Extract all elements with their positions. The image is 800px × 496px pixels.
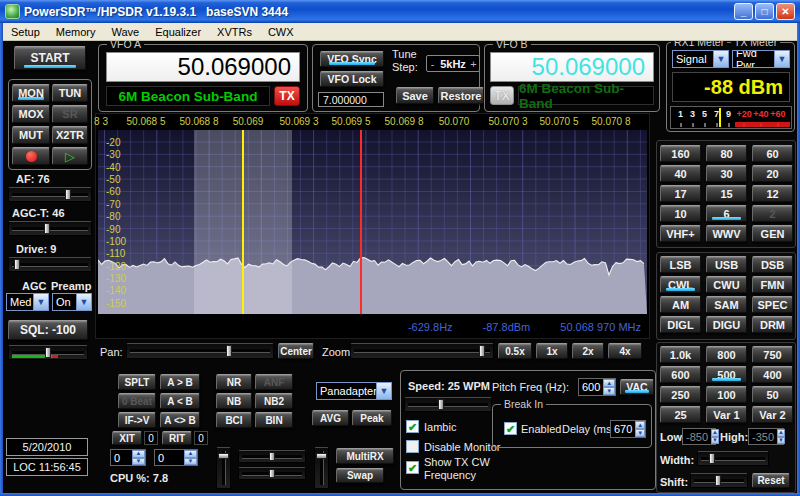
cw-speed-slider[interactable] <box>404 397 492 412</box>
multirx-pan-slider[interactable] <box>238 450 306 463</box>
sub-rx-fader[interactable] <box>314 447 329 489</box>
mode-button-sam[interactable]: SAM <box>706 296 747 313</box>
filter-button-400[interactable]: 400 <box>752 366 793 383</box>
menu-item-wave[interactable]: Wave <box>103 24 147 40</box>
vfo-alt-frequency[interactable]: 7.000000 <box>318 92 384 107</box>
menu-item-xvtrs[interactable]: XVTRs <box>209 24 260 40</box>
multirx-gain-slider[interactable] <box>238 467 306 480</box>
a-swap-b-button[interactable]: A <> B <box>160 412 200 428</box>
tune-step-up-button[interactable]: + <box>468 58 479 70</box>
filter-shift-reset-button[interactable]: Reset <box>752 473 790 488</box>
mon-button[interactable]: MON <box>12 84 50 102</box>
sr-button[interactable]: SR <box>52 105 88 123</box>
band-button-10[interactable]: 10 <box>660 205 701 222</box>
zoom-0.5x-button[interactable]: 0.5x <box>498 343 532 359</box>
squelch-slider[interactable] <box>8 345 88 360</box>
break-in-enabled-checkbox[interactable]: ✔ <box>504 422 517 435</box>
spin-down-icon[interactable]: ▼ <box>603 387 615 395</box>
mode-button-digl[interactable]: DIGL <box>660 316 701 333</box>
band-button-20[interactable]: 20 <box>752 165 793 182</box>
vac-button[interactable]: VAC <box>620 379 654 395</box>
panadapter-spectrum[interactable]: -20-30-40-50-60-70-80-90-100-110-120-130… <box>98 130 647 314</box>
mode-button-digu[interactable]: DIGU <box>706 316 747 333</box>
show-tx-cw-checkbox[interactable]: ✔ <box>406 461 419 474</box>
record-button[interactable] <box>12 147 50 165</box>
xit-button[interactable]: XIT <box>112 431 142 445</box>
save-button[interactable]: Save <box>396 87 434 104</box>
filter-button-500[interactable]: 500 <box>706 366 747 383</box>
center-button[interactable]: Center <box>278 343 314 359</box>
vfo-lock-button[interactable]: VFO Lock <box>320 71 384 87</box>
minimize-button[interactable]: _ <box>734 3 753 20</box>
spin-up-icon[interactable]: ▲ <box>635 421 645 429</box>
band-button-160[interactable]: 160 <box>660 145 701 162</box>
zero-beat-button[interactable]: 0 Beat <box>118 393 156 409</box>
break-in-delay-field[interactable]: 670 ▲▼ <box>610 420 646 438</box>
band-button-60[interactable]: 60 <box>752 145 793 162</box>
filter-low-field[interactable]: -850 ▲▼ <box>682 428 716 445</box>
band-button-wwv[interactable]: WWV <box>706 225 747 242</box>
zoom-4x-button[interactable]: 4x <box>608 343 642 359</box>
mode-button-drm[interactable]: DRM <box>752 316 793 333</box>
band-button-15[interactable]: 15 <box>706 185 747 202</box>
spin-down-icon[interactable]: ▼ <box>184 458 197 466</box>
iambic-checkbox[interactable]: ✔ <box>406 420 419 433</box>
menu-item-setup[interactable]: Setup <box>3 24 48 40</box>
band-button-6[interactable]: 6 <box>706 205 747 222</box>
spin-up-icon[interactable]: ▲ <box>132 450 145 458</box>
tune-step-down-button[interactable]: - <box>427 58 438 70</box>
nb2-button[interactable]: NB2 <box>255 393 293 409</box>
band-button-30[interactable]: 30 <box>706 165 747 182</box>
filter-button-800[interactable]: 800 <box>706 346 747 363</box>
spin-up-icon[interactable]: ▲ <box>777 429 785 437</box>
restore-button[interactable]: Restore <box>438 87 484 104</box>
spin-up-icon[interactable]: ▲ <box>603 379 615 387</box>
anf-button[interactable]: ANF <box>255 374 293 390</box>
mode-button-spec[interactable]: SPEC <box>752 296 793 313</box>
avg-button[interactable]: AVG <box>312 410 349 426</box>
pitch-freq-field[interactable]: 600 ▲▼ <box>578 378 616 396</box>
filter-button-50[interactable]: 50 <box>752 386 793 403</box>
af-slider[interactable] <box>8 187 92 202</box>
menu-item-cwx[interactable]: CWX <box>260 24 302 40</box>
multirx-button[interactable]: MultiRX <box>336 448 394 464</box>
mode-button-am[interactable]: AM <box>660 296 701 313</box>
menu-item-memory[interactable]: Memory <box>48 24 104 40</box>
display-mode-select[interactable]: Panadapter▼ <box>316 382 392 400</box>
zoom-2x-button[interactable]: 2x <box>572 343 604 359</box>
band-button-40[interactable]: 40 <box>660 165 701 182</box>
bin-button[interactable]: BIN <box>255 412 293 428</box>
drive-slider[interactable] <box>8 257 92 272</box>
filter-button-var-1[interactable]: Var 1 <box>706 406 747 423</box>
vfo-a-frequency[interactable]: 50.069000 <box>106 52 300 82</box>
agc-t-slider[interactable] <box>8 221 92 236</box>
mode-button-dsb[interactable]: DSB <box>752 256 793 273</box>
bci-button[interactable]: BCI <box>216 412 252 428</box>
filter-shift-slider[interactable] <box>690 473 748 488</box>
band-button-17[interactable]: 17 <box>660 185 701 202</box>
if-to-vfo-button[interactable]: IF->V <box>118 412 156 428</box>
menu-item-equalizer[interactable]: Equalizer <box>147 24 209 40</box>
spin-down-icon[interactable]: ▼ <box>635 429 645 437</box>
vfo-sync-button[interactable]: VFO Sync <box>320 51 384 67</box>
x2tr-button[interactable]: X2TR <box>52 126 88 144</box>
close-button[interactable]: ✕ <box>776 3 795 20</box>
preamp-select[interactable]: On▼ <box>52 293 92 311</box>
mode-button-cwl[interactable]: CWL <box>660 276 701 293</box>
vfo-b-frequency[interactable]: 50.069000 <box>490 52 654 82</box>
filter-high-field[interactable]: -350 ▲▼ <box>748 428 784 445</box>
mode-button-usb[interactable]: USB <box>706 256 747 273</box>
zoom-slider[interactable] <box>350 343 494 359</box>
spin-down-icon[interactable]: ▼ <box>777 437 785 445</box>
tun-button[interactable]: TUN <box>52 84 88 102</box>
start-button[interactable]: START <box>14 46 86 70</box>
filter-button-25[interactable]: 25 <box>660 406 701 423</box>
band-button-vhf+[interactable]: VHF+ <box>660 225 701 242</box>
b-to-a-button[interactable]: A < B <box>160 393 200 409</box>
filter-width-slider[interactable] <box>697 451 769 466</box>
mut-button[interactable]: MUT <box>12 126 50 144</box>
rx-meter-select[interactable]: Signal▼ <box>672 50 729 68</box>
spin-up-icon[interactable]: ▲ <box>711 429 719 437</box>
rit-field[interactable]: 0 ▲▼ <box>154 449 198 466</box>
nb-button[interactable]: NB <box>216 393 252 409</box>
